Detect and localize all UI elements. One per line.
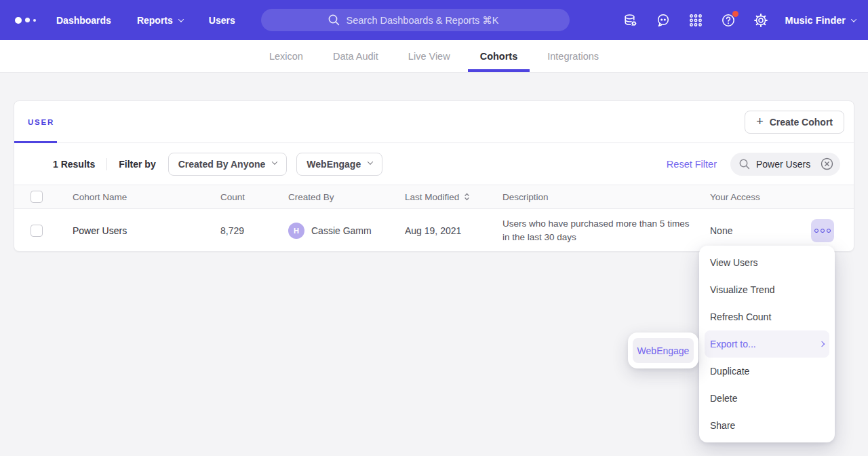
menu-item-refresh-count[interactable]: Refresh Count xyxy=(699,303,835,330)
search-icon xyxy=(738,158,751,170)
nav-item-dashboards[interactable]: Dashboards xyxy=(56,15,111,26)
chevron-down-icon xyxy=(851,16,856,22)
notification-dot xyxy=(732,11,738,17)
menu-item-view-users[interactable]: View Users xyxy=(699,249,835,276)
chevron-down-icon xyxy=(368,159,373,164)
search-icon xyxy=(328,14,340,26)
sort-icon[interactable] xyxy=(464,192,470,202)
tab-lexicon[interactable]: Lexicon xyxy=(257,40,315,72)
tab-integrations[interactable]: Integrations xyxy=(535,40,611,72)
project-switcher[interactable]: Music Finder xyxy=(785,15,856,26)
col-header-description: Description xyxy=(502,192,710,202)
chevron-down-icon xyxy=(178,16,184,22)
create-cohort-button[interactable]: + Create Cohort xyxy=(745,111,844,134)
filter-by-label: Filter by xyxy=(119,159,155,170)
chevron-down-icon xyxy=(272,159,277,164)
col-header-cohort-name: Cohort Name xyxy=(73,192,220,202)
project-name: Music Finder xyxy=(785,15,846,26)
tab-cohorts[interactable]: Cohorts xyxy=(468,40,530,72)
settings-icon[interactable] xyxy=(753,12,769,28)
menu-item-visualize-trend[interactable]: Visualize Trend xyxy=(699,276,835,303)
cohort-search-input[interactable] xyxy=(756,159,815,170)
filter-bar: 1 Results Filter by Created By Anyone We… xyxy=(14,143,854,185)
top-nav-items: Dashboards Reports Users xyxy=(56,15,235,26)
nav-item-reports[interactable]: Reports xyxy=(137,15,183,26)
divider xyxy=(106,158,107,170)
description-cell: Users who have purchased more than 5 tim… xyxy=(502,217,710,243)
col-header-count: Count xyxy=(220,192,288,202)
global-search-input[interactable] xyxy=(347,15,504,26)
cohort-name-cell[interactable]: Power Users xyxy=(73,225,220,236)
chevron-right-icon xyxy=(819,341,825,347)
menu-item-share[interactable]: Share xyxy=(699,412,835,439)
menu-item-export-to[interactable]: Export to... xyxy=(705,330,829,358)
select-all-checkbox[interactable] xyxy=(31,191,43,203)
apps-grid-icon[interactable] xyxy=(688,12,704,28)
cohorts-panel: USER + Create Cohort 1 Results Filter by… xyxy=(14,100,854,252)
submenu-item-webengage[interactable]: WebEngage xyxy=(633,338,694,363)
created-by-cell: H Cassie Gamm xyxy=(288,223,405,239)
plus-icon: + xyxy=(756,115,764,128)
access-cell: None xyxy=(710,225,808,236)
row-checkbox[interactable] xyxy=(31,225,43,237)
cohort-type-strip: USER + Create Cohort xyxy=(14,101,854,143)
source-dropdown[interactable]: WebEngage xyxy=(296,153,382,176)
cohort-search[interactable] xyxy=(730,153,840,176)
data-management-icon[interactable] xyxy=(623,12,639,28)
top-nav: Dashboards Reports Users xyxy=(0,0,868,40)
reset-filter-link[interactable]: Reset Filter xyxy=(667,159,717,170)
avatar: H xyxy=(288,223,304,239)
created-by-dropdown[interactable]: Created By Anyone xyxy=(168,153,288,176)
results-count: 1 Results xyxy=(53,159,95,170)
created-by-name: Cassie Gamm xyxy=(311,225,372,236)
clear-search-icon[interactable] xyxy=(821,157,833,170)
row-context-menu: View Users Visualize Trend Refresh Count… xyxy=(699,246,835,442)
top-nav-right: Music Finder xyxy=(623,0,856,40)
row-actions-button[interactable] xyxy=(811,219,834,242)
nav-item-users[interactable]: Users xyxy=(209,15,235,26)
menu-item-duplicate[interactable]: Duplicate xyxy=(699,358,835,385)
col-header-your-access: Your Access xyxy=(710,192,808,202)
mixpanel-logo-icon[interactable] xyxy=(15,17,36,24)
table-header: Cohort Name Count Created By Last Modifi… xyxy=(14,185,854,209)
messages-icon[interactable] xyxy=(655,12,671,28)
col-header-last-modified: Last Modified xyxy=(405,192,459,202)
count-cell: 8,729 xyxy=(220,225,288,236)
col-header-created-by: Created By xyxy=(288,192,405,202)
global-search[interactable] xyxy=(261,9,570,31)
tab-user-cohorts[interactable]: USER xyxy=(14,101,57,142)
last-modified-cell: Aug 19, 2021 xyxy=(405,225,502,236)
sub-nav: Lexicon Data Audit Live View Cohorts Int… xyxy=(0,40,868,73)
export-submenu: WebEngage xyxy=(628,332,698,368)
tab-data-audit[interactable]: Data Audit xyxy=(321,40,391,72)
tab-live-view[interactable]: Live View xyxy=(396,40,462,72)
help-icon[interactable] xyxy=(720,12,736,28)
menu-item-delete[interactable]: Delete xyxy=(699,385,835,412)
